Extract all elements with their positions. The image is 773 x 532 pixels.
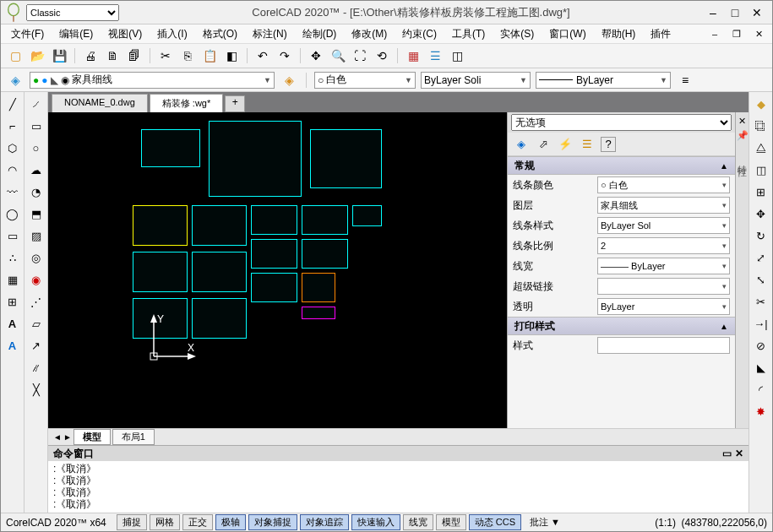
selection-type-select[interactable]: 无选项 [511, 114, 732, 131]
prop-value[interactable]: 2▾ [597, 237, 730, 254]
doc-close-button[interactable]: ✕ [749, 25, 769, 42]
menu-draw[interactable]: 绘制(D) [296, 25, 344, 43]
linetype-combo[interactable]: ByLayer Soli▼ [421, 72, 531, 89]
blocks-icon[interactable]: ◫ [448, 46, 466, 65]
circle-icon[interactable]: ○ [28, 139, 45, 156]
layout-next-icon[interactable]: ► [63, 432, 72, 442]
ellipse-icon[interactable]: ◯ [4, 205, 21, 222]
doc-tab-1[interactable]: 精装修 :wg* [150, 94, 223, 112]
status-toggle[interactable]: 线宽 [403, 514, 433, 530]
print-icon[interactable]: 🖨 [81, 46, 100, 65]
layer-prev-icon[interactable]: ◈ [280, 71, 298, 90]
pan-icon[interactable]: ✥ [307, 46, 325, 65]
note-icon[interactable]: A [4, 337, 21, 354]
menu-dim[interactable]: 标注(N) [246, 25, 294, 43]
help-icon[interactable]: ? [601, 137, 616, 152]
add-tab-button[interactable]: + [225, 95, 245, 112]
layout-prev-icon[interactable]: ◄ [53, 432, 62, 442]
table-icon[interactable]: ⊞ [4, 293, 21, 310]
array-icon[interactable]: ⊞ [753, 183, 770, 200]
cmd-close-icon[interactable]: ✕ [735, 448, 743, 459]
minimize-button[interactable]: – [703, 4, 723, 21]
qselect-icon[interactable]: ⚡ [557, 136, 574, 153]
ray-icon[interactable]: ↗ [28, 337, 45, 354]
status-toggle[interactable]: 正交 [182, 514, 213, 530]
status-toggle[interactable]: 网格 [150, 514, 180, 530]
menu-modify[interactable]: 修改(M) [345, 25, 394, 43]
new-icon[interactable]: ▢ [6, 46, 24, 65]
close-button[interactable]: ✕ [747, 4, 767, 21]
maximize-button[interactable]: □ [725, 4, 745, 21]
divide-icon[interactable]: ⋰ [28, 293, 45, 310]
open-icon[interactable]: 📂 [28, 46, 46, 65]
break-icon[interactable]: ⊘ [753, 337, 770, 354]
menu-view[interactable]: 视图(V) [101, 25, 149, 43]
prop-value[interactable]: 家具细线▾ [597, 197, 730, 214]
lineweight-combo[interactable]: ByLayer▼ [536, 72, 671, 89]
doc-restore-button[interactable]: ❐ [727, 25, 747, 42]
chamfer-icon[interactable]: ◣ [753, 359, 770, 376]
revcloud-icon[interactable]: ☁ [28, 161, 45, 178]
ring-icon[interactable]: ◉ [28, 271, 45, 288]
annot-dropdown[interactable]: 批注 ▼ [525, 515, 565, 529]
pick-add-icon[interactable]: ◈ [513, 136, 530, 153]
props-section-general[interactable]: 常规▲ [508, 156, 735, 175]
copy2-icon[interactable]: ⿻ [753, 117, 770, 134]
menu-format[interactable]: 格式(O) [196, 25, 244, 43]
rotate-icon[interactable]: ↻ [753, 227, 770, 244]
prop-value[interactable]: ○ 白色▾ [597, 176, 730, 193]
theme-select[interactable]: Classic [26, 4, 119, 21]
select-icon[interactable]: ⬀ [535, 136, 552, 153]
status-toggle[interactable]: 动态 CCS [469, 514, 521, 530]
prop-value[interactable] [597, 337, 730, 354]
line-icon[interactable]: ╱ [4, 95, 21, 112]
point-icon[interactable]: ∴ [4, 249, 21, 266]
layer-manager-icon[interactable]: ◈ [6, 71, 24, 90]
status-toggle[interactable]: 捕捉 [117, 514, 147, 530]
region-icon[interactable]: ▦ [4, 271, 21, 288]
trace-icon[interactable]: ╳ [28, 381, 45, 398]
move-icon[interactable]: ✥ [753, 205, 770, 222]
redo-icon[interactable]: ↷ [275, 46, 294, 65]
undo-icon[interactable]: ↶ [253, 46, 272, 65]
polyline-icon[interactable]: ⌐ [4, 117, 21, 134]
copy-icon[interactable]: ⎘ [178, 46, 197, 65]
print-preview-icon[interactable]: 🗎 [103, 46, 122, 65]
menu-constrain[interactable]: 约束(C) [395, 25, 444, 43]
color-combo[interactable]: ○ 白色▼ [314, 72, 416, 89]
properties-icon[interactable]: ▦ [404, 46, 422, 65]
drawing-canvas[interactable]: YX [48, 112, 507, 428]
ellipse-arc-icon[interactable]: ◔ [28, 183, 45, 200]
stretch-icon[interactable]: ⤡ [753, 271, 770, 288]
donut-icon[interactable]: ◎ [28, 249, 45, 266]
filter-icon[interactable]: ☰ [579, 136, 596, 153]
offset-icon[interactable]: ◫ [753, 161, 770, 178]
polygon-icon[interactable]: ⬡ [4, 139, 21, 156]
doc-minimize-button[interactable]: – [705, 25, 725, 42]
layer-combo[interactable]: ●●◣◉ 家具细线 ▼ [30, 72, 275, 89]
layout-tab-1[interactable]: 布局1 [112, 429, 155, 445]
paste-icon[interactable]: 📋 [200, 46, 219, 65]
prop-value[interactable]: ByLayer▾ [597, 298, 730, 315]
status-toggle[interactable]: 快速输入 [351, 514, 400, 530]
menu-plugin[interactable]: 插件 [644, 25, 678, 43]
mirror-icon[interactable]: ⧋ [753, 139, 770, 156]
menu-insert[interactable]: 插入(I) [150, 25, 193, 43]
zoom-window-icon[interactable]: 🔍 [329, 46, 347, 65]
mline-icon[interactable]: ⫽ [28, 359, 45, 376]
hatch-icon[interactable]: ▨ [28, 227, 45, 244]
props-section-plotstyle[interactable]: 打印样式▲ [508, 317, 735, 335]
plot-icon[interactable]: 🗐 [125, 46, 144, 65]
zoom-extents-icon[interactable]: ⛶ [351, 46, 369, 65]
spline-icon[interactable]: 〰 [4, 183, 21, 200]
doc-tab-0[interactable]: NONAME_0.dwg [52, 94, 148, 112]
mask-icon[interactable]: ▱ [28, 315, 45, 332]
fillet-icon[interactable]: ◜ [753, 381, 770, 398]
explode-icon[interactable]: ✸ [753, 403, 770, 420]
arc-icon[interactable]: ◠ [4, 161, 21, 178]
prop-value[interactable]: ▾ [597, 278, 730, 295]
prop-value[interactable]: ——— ByLayer▾ [597, 258, 730, 274]
xline-icon[interactable]: ⟋ [28, 95, 45, 112]
menu-help[interactable]: 帮助(H) [595, 25, 643, 43]
status-toggle[interactable]: 模型 [436, 514, 466, 530]
